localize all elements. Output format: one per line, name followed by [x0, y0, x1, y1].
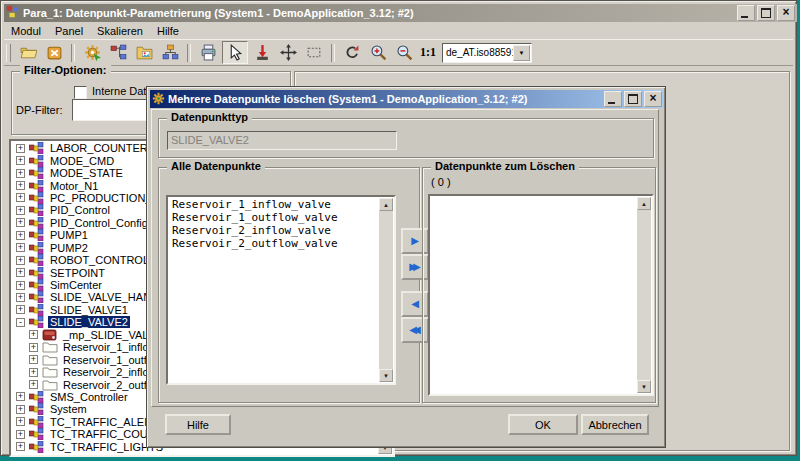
tree-item-label: SMS_Controller — [48, 391, 130, 403]
dpt-icon — [29, 155, 45, 167]
expand-icon[interactable]: + — [29, 343, 38, 352]
list-item[interactable]: Reservoir_1_outflow_valve — [169, 211, 379, 224]
datapoints-to-delete-group: Datenpunkte zum Löschen ( 0 ) — [422, 167, 656, 403]
maximize-icon[interactable] — [757, 5, 775, 21]
collapse-icon[interactable]: - — [16, 318, 25, 327]
dpt-icon — [29, 428, 45, 440]
scroll-up-icon[interactable] — [379, 198, 393, 211]
toolbar-separator — [331, 44, 335, 62]
expand-icon[interactable]: + — [16, 206, 25, 215]
list-item[interactable]: Reservoir_2_inflow_valve — [169, 224, 379, 237]
expand-icon[interactable]: + — [16, 193, 25, 202]
dpt-group-title: Datenpunkttyp — [167, 111, 252, 123]
minimize-icon[interactable] — [737, 5, 755, 21]
scroll-up-icon[interactable] — [637, 197, 651, 210]
expand-icon[interactable]: + — [29, 368, 38, 377]
expand-icon[interactable]: + — [29, 330, 38, 339]
close-icon[interactable] — [777, 5, 795, 21]
all-datapoints-list[interactable]: Reservoir_1_inflow_valveReservoir_1_outf… — [166, 195, 396, 385]
menu-skalieren[interactable]: Skalieren — [90, 23, 150, 39]
language-combobox[interactable]: de_AT.iso88591 — [442, 43, 532, 63]
select-cursor-icon[interactable] — [222, 41, 248, 64]
expand-icon[interactable]: + — [16, 256, 25, 265]
tree-item-label: MODE_CMD — [48, 155, 116, 167]
cancel-button[interactable]: Abbrechen — [581, 414, 649, 435]
ok-button[interactable]: OK — [508, 414, 578, 435]
help-button[interactable]: Hilfe — [165, 414, 231, 435]
menu-panel[interactable]: Panel — [48, 23, 90, 39]
catalog-import-icon[interactable] — [250, 42, 274, 63]
tree-item-label: LABOR_COUNTER — [48, 142, 150, 154]
expand-icon[interactable]: + — [16, 169, 25, 178]
folder-icon — [42, 354, 58, 366]
internal-datapoints-checkbox[interactable] — [74, 86, 87, 99]
chevron-down-icon[interactable] — [513, 45, 530, 61]
tree-item-label: PUMP1 — [48, 229, 90, 241]
expand-icon[interactable]: + — [16, 268, 25, 277]
dpt-icon — [29, 316, 45, 328]
expand-icon[interactable]: + — [16, 156, 25, 165]
expand-icon[interactable]: + — [29, 355, 38, 364]
delete-datapoints-list[interactable] — [428, 194, 654, 396]
dp-filter-label: DP-Filter: — [16, 104, 62, 116]
dialog-minimize-icon[interactable] — [604, 91, 622, 107]
dp-org-tree-icon[interactable] — [158, 42, 182, 63]
expand-icon[interactable]: + — [29, 380, 38, 389]
expand-icon[interactable]: + — [16, 405, 25, 414]
folder-icon — [42, 341, 58, 353]
tree-item-label: SLIDE_VALVE1 — [48, 304, 130, 316]
menu-hilfe[interactable]: Hilfe — [150, 23, 186, 39]
expand-icon[interactable]: + — [16, 442, 25, 451]
expand-icon[interactable]: + — [16, 181, 25, 190]
list-item[interactable]: Reservoir_2_outflow_valve — [169, 237, 379, 250]
close-module-icon[interactable] — [42, 42, 66, 63]
toolbar-grip[interactable] — [6, 44, 11, 62]
print-icon[interactable] — [196, 42, 220, 63]
toolbar-separator — [71, 44, 75, 62]
all-list-scrollbar[interactable] — [379, 198, 393, 382]
scroll-down-icon[interactable] — [379, 369, 393, 382]
rectangle-select-icon[interactable] — [302, 42, 326, 63]
expand-icon[interactable]: + — [16, 305, 25, 314]
list-item[interactable]: Reservoir_1_inflow_valve — [169, 198, 379, 211]
main-titlebar[interactable]: Para_1: Datenpunkt-Parametrierung (Syste… — [4, 4, 797, 22]
dialog-content-panel: Datenpunkttyp SLIDE_VALVE2 Alle Datenpun… — [151, 109, 659, 407]
internal-checkbox-label: Interne Date — [92, 85, 153, 97]
move-icon[interactable] — [276, 42, 300, 63]
expand-icon[interactable]: + — [16, 231, 25, 240]
zoom-in-icon[interactable] — [366, 42, 390, 63]
scroll-down-icon[interactable] — [637, 380, 651, 393]
tree-item-label: PID_Control_Config — [48, 217, 150, 229]
dpt-icon — [29, 167, 45, 179]
dpt-icon — [29, 403, 45, 415]
zoom-out-icon[interactable] — [392, 42, 416, 63]
dpt-icon — [29, 391, 45, 403]
dialog-close-icon[interactable] — [644, 91, 662, 107]
rotate-icon[interactable] — [340, 42, 364, 63]
open-panel-icon[interactable] — [16, 42, 40, 63]
expand-icon[interactable]: + — [16, 144, 25, 153]
dpt-icon — [29, 267, 45, 279]
expand-icon[interactable]: + — [16, 243, 25, 252]
settings-gear-icon[interactable] — [80, 42, 104, 63]
expand-icon[interactable]: + — [16, 417, 25, 426]
main-window-title: Para_1: Datenpunkt-Parametrierung (Syste… — [23, 7, 734, 19]
dp-types-icon[interactable] — [106, 42, 130, 63]
expand-icon[interactable]: + — [16, 430, 25, 439]
dpt-icon — [29, 441, 45, 453]
dpt-icon — [29, 217, 45, 229]
toolbar-separator — [187, 44, 191, 62]
toolbar: 1:1 de_AT.iso88591 — [4, 39, 793, 66]
expand-icon[interactable]: + — [16, 218, 25, 227]
dpt-icon — [29, 291, 45, 303]
menu-modul[interactable]: Modul — [4, 23, 48, 39]
delete-list-scrollbar[interactable] — [637, 197, 651, 393]
panel-gallery-icon[interactable] — [132, 42, 156, 63]
expand-icon[interactable]: + — [16, 392, 25, 401]
expand-icon[interactable]: + — [16, 293, 25, 302]
tree-item-label: Motor_N1 — [48, 180, 100, 192]
dialog-maximize-icon[interactable] — [624, 91, 642, 107]
dialog-titlebar[interactable]: Mehrere Datenpunkte löschen (System1 - D… — [150, 90, 664, 108]
expand-icon[interactable]: + — [16, 281, 25, 290]
tree-item-label: SimCenter — [48, 279, 104, 291]
